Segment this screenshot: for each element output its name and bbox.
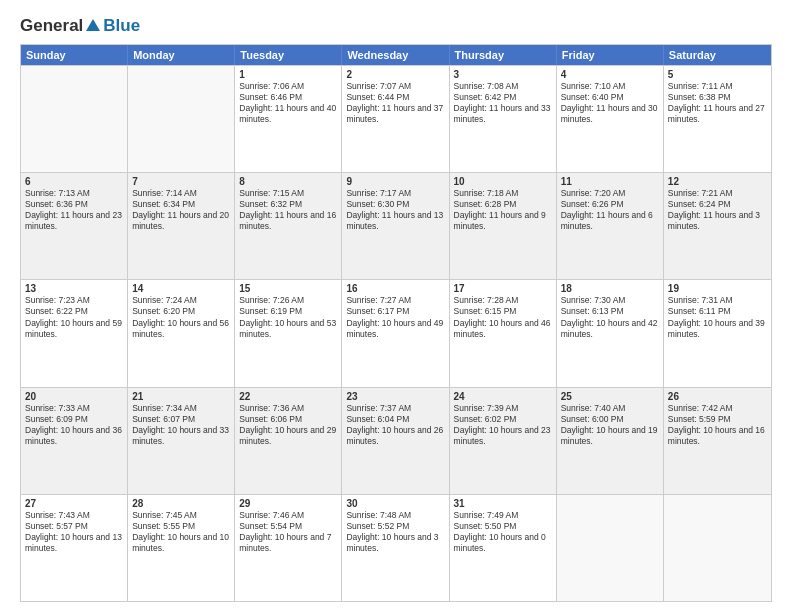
calendar-body: 1Sunrise: 7:06 AM Sunset: 6:46 PM Daylig… (21, 65, 771, 601)
cell-info: Sunrise: 7:07 AM Sunset: 6:44 PM Dayligh… (346, 81, 444, 125)
weekday-header: Thursday (450, 45, 557, 65)
cell-info: Sunrise: 7:13 AM Sunset: 6:36 PM Dayligh… (25, 188, 123, 232)
day-number: 5 (668, 69, 767, 80)
cell-info: Sunrise: 7:40 AM Sunset: 6:00 PM Dayligh… (561, 403, 659, 447)
page: General Blue SundayMondayTuesdayWednesda… (0, 0, 792, 612)
calendar-cell: 3Sunrise: 7:08 AM Sunset: 6:42 PM Daylig… (450, 66, 557, 172)
calendar-cell: 5Sunrise: 7:11 AM Sunset: 6:38 PM Daylig… (664, 66, 771, 172)
cell-info: Sunrise: 7:39 AM Sunset: 6:02 PM Dayligh… (454, 403, 552, 447)
cell-info: Sunrise: 7:48 AM Sunset: 5:52 PM Dayligh… (346, 510, 444, 554)
cell-info: Sunrise: 7:36 AM Sunset: 6:06 PM Dayligh… (239, 403, 337, 447)
cell-info: Sunrise: 7:11 AM Sunset: 6:38 PM Dayligh… (668, 81, 767, 125)
calendar-cell: 30Sunrise: 7:48 AM Sunset: 5:52 PM Dayli… (342, 495, 449, 601)
cell-info: Sunrise: 7:45 AM Sunset: 5:55 PM Dayligh… (132, 510, 230, 554)
cell-info: Sunrise: 7:18 AM Sunset: 6:28 PM Dayligh… (454, 188, 552, 232)
calendar-cell: 23Sunrise: 7:37 AM Sunset: 6:04 PM Dayli… (342, 388, 449, 494)
cell-info: Sunrise: 7:24 AM Sunset: 6:20 PM Dayligh… (132, 295, 230, 339)
cell-info: Sunrise: 7:15 AM Sunset: 6:32 PM Dayligh… (239, 188, 337, 232)
logo: General Blue (20, 16, 140, 36)
day-number: 16 (346, 283, 444, 294)
cell-info: Sunrise: 7:21 AM Sunset: 6:24 PM Dayligh… (668, 188, 767, 232)
day-number: 17 (454, 283, 552, 294)
weekday-header: Tuesday (235, 45, 342, 65)
day-number: 22 (239, 391, 337, 402)
svg-marker-0 (86, 19, 100, 31)
cell-info: Sunrise: 7:43 AM Sunset: 5:57 PM Dayligh… (25, 510, 123, 554)
calendar-cell: 27Sunrise: 7:43 AM Sunset: 5:57 PM Dayli… (21, 495, 128, 601)
calendar-cell: 29Sunrise: 7:46 AM Sunset: 5:54 PM Dayli… (235, 495, 342, 601)
calendar-cell: 1Sunrise: 7:06 AM Sunset: 6:46 PM Daylig… (235, 66, 342, 172)
day-number: 21 (132, 391, 230, 402)
calendar: SundayMondayTuesdayWednesdayThursdayFrid… (20, 44, 772, 602)
calendar-cell: 17Sunrise: 7:28 AM Sunset: 6:15 PM Dayli… (450, 280, 557, 386)
calendar-cell: 25Sunrise: 7:40 AM Sunset: 6:00 PM Dayli… (557, 388, 664, 494)
calendar-cell: 31Sunrise: 7:49 AM Sunset: 5:50 PM Dayli… (450, 495, 557, 601)
logo-blue: Blue (103, 16, 140, 36)
cell-info: Sunrise: 7:06 AM Sunset: 6:46 PM Dayligh… (239, 81, 337, 125)
calendar-cell: 2Sunrise: 7:07 AM Sunset: 6:44 PM Daylig… (342, 66, 449, 172)
calendar-row: 27Sunrise: 7:43 AM Sunset: 5:57 PM Dayli… (21, 494, 771, 601)
calendar-cell: 6Sunrise: 7:13 AM Sunset: 6:36 PM Daylig… (21, 173, 128, 279)
cell-info: Sunrise: 7:23 AM Sunset: 6:22 PM Dayligh… (25, 295, 123, 339)
calendar-cell: 20Sunrise: 7:33 AM Sunset: 6:09 PM Dayli… (21, 388, 128, 494)
cell-info: Sunrise: 7:46 AM Sunset: 5:54 PM Dayligh… (239, 510, 337, 554)
calendar-header: SundayMondayTuesdayWednesdayThursdayFrid… (21, 45, 771, 65)
day-number: 11 (561, 176, 659, 187)
day-number: 4 (561, 69, 659, 80)
calendar-cell: 11Sunrise: 7:20 AM Sunset: 6:26 PM Dayli… (557, 173, 664, 279)
cell-info: Sunrise: 7:08 AM Sunset: 6:42 PM Dayligh… (454, 81, 552, 125)
calendar-cell (557, 495, 664, 601)
day-number: 30 (346, 498, 444, 509)
calendar-cell: 21Sunrise: 7:34 AM Sunset: 6:07 PM Dayli… (128, 388, 235, 494)
day-number: 8 (239, 176, 337, 187)
cell-info: Sunrise: 7:27 AM Sunset: 6:17 PM Dayligh… (346, 295, 444, 339)
calendar-cell (21, 66, 128, 172)
cell-info: Sunrise: 7:20 AM Sunset: 6:26 PM Dayligh… (561, 188, 659, 232)
calendar-cell: 14Sunrise: 7:24 AM Sunset: 6:20 PM Dayli… (128, 280, 235, 386)
day-number: 14 (132, 283, 230, 294)
calendar-cell (128, 66, 235, 172)
cell-info: Sunrise: 7:33 AM Sunset: 6:09 PM Dayligh… (25, 403, 123, 447)
calendar-row: 20Sunrise: 7:33 AM Sunset: 6:09 PM Dayli… (21, 387, 771, 494)
weekday-header: Monday (128, 45, 235, 65)
cell-info: Sunrise: 7:14 AM Sunset: 6:34 PM Dayligh… (132, 188, 230, 232)
day-number: 9 (346, 176, 444, 187)
cell-info: Sunrise: 7:10 AM Sunset: 6:40 PM Dayligh… (561, 81, 659, 125)
weekday-header: Sunday (21, 45, 128, 65)
calendar-cell: 8Sunrise: 7:15 AM Sunset: 6:32 PM Daylig… (235, 173, 342, 279)
weekday-header: Saturday (664, 45, 771, 65)
calendar-cell: 12Sunrise: 7:21 AM Sunset: 6:24 PM Dayli… (664, 173, 771, 279)
day-number: 23 (346, 391, 444, 402)
calendar-cell: 10Sunrise: 7:18 AM Sunset: 6:28 PM Dayli… (450, 173, 557, 279)
calendar-cell: 15Sunrise: 7:26 AM Sunset: 6:19 PM Dayli… (235, 280, 342, 386)
logo-icon (84, 17, 102, 35)
calendar-cell (664, 495, 771, 601)
day-number: 29 (239, 498, 337, 509)
logo-general: General (20, 16, 83, 36)
day-number: 20 (25, 391, 123, 402)
day-number: 7 (132, 176, 230, 187)
cell-info: Sunrise: 7:28 AM Sunset: 6:15 PM Dayligh… (454, 295, 552, 339)
cell-info: Sunrise: 7:30 AM Sunset: 6:13 PM Dayligh… (561, 295, 659, 339)
day-number: 25 (561, 391, 659, 402)
cell-info: Sunrise: 7:26 AM Sunset: 6:19 PM Dayligh… (239, 295, 337, 339)
calendar-cell: 13Sunrise: 7:23 AM Sunset: 6:22 PM Dayli… (21, 280, 128, 386)
day-number: 3 (454, 69, 552, 80)
calendar-cell: 22Sunrise: 7:36 AM Sunset: 6:06 PM Dayli… (235, 388, 342, 494)
day-number: 26 (668, 391, 767, 402)
calendar-cell: 4Sunrise: 7:10 AM Sunset: 6:40 PM Daylig… (557, 66, 664, 172)
calendar-row: 6Sunrise: 7:13 AM Sunset: 6:36 PM Daylig… (21, 172, 771, 279)
day-number: 18 (561, 283, 659, 294)
calendar-row: 13Sunrise: 7:23 AM Sunset: 6:22 PM Dayli… (21, 279, 771, 386)
calendar-cell: 26Sunrise: 7:42 AM Sunset: 5:59 PM Dayli… (664, 388, 771, 494)
weekday-header: Wednesday (342, 45, 449, 65)
day-number: 2 (346, 69, 444, 80)
day-number: 1 (239, 69, 337, 80)
header: General Blue (20, 16, 772, 36)
calendar-cell: 24Sunrise: 7:39 AM Sunset: 6:02 PM Dayli… (450, 388, 557, 494)
cell-info: Sunrise: 7:42 AM Sunset: 5:59 PM Dayligh… (668, 403, 767, 447)
day-number: 19 (668, 283, 767, 294)
calendar-cell: 19Sunrise: 7:31 AM Sunset: 6:11 PM Dayli… (664, 280, 771, 386)
day-number: 10 (454, 176, 552, 187)
day-number: 24 (454, 391, 552, 402)
